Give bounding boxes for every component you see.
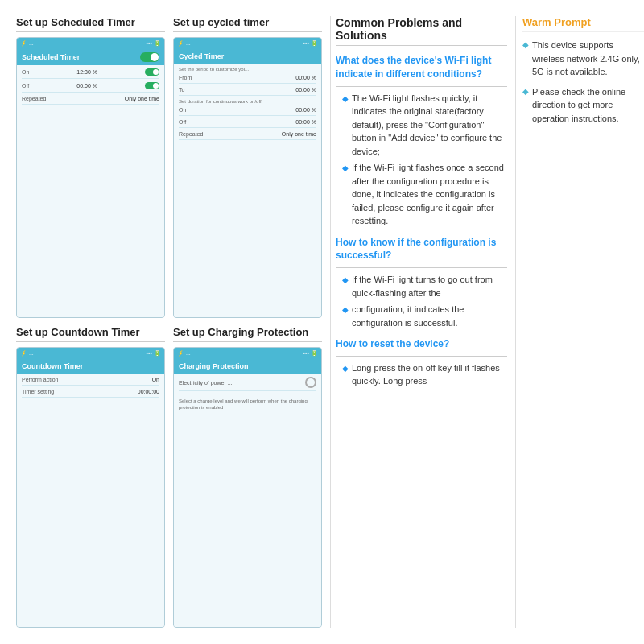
cycled-timer-title: Set up cycled timer	[173, 16, 322, 32]
bullet-wifi-1: ◆ The Wi-Fi light flashes quickly, it in…	[342, 92, 507, 159]
bullet-wifi-text-2: If the Wi-Fi light flashes once a second…	[352, 161, 507, 228]
phone-header-4: Charging Protection	[174, 359, 321, 374]
warm-diamond-1: ◆	[522, 40, 529, 49]
cycled-label-off: Off	[179, 119, 186, 125]
scheduled-timer-title: Set up Scheduled Timer	[16, 16, 165, 32]
cycled-row-off: Off 00:00 %	[179, 119, 316, 128]
countdown-row-timer: Timer setting 00:00:00	[22, 389, 159, 398]
cycled-hint: Set the period to customize you...	[179, 67, 316, 72]
phone-row-on: On 12:30 %	[22, 68, 159, 79]
status-text-4: ⚡ ...	[177, 350, 191, 357]
phone-header-2: Cycled Timer	[174, 49, 321, 64]
cycled-hint2: Set duration for continuous work on/off	[179, 99, 316, 104]
phone-body-3: Perform action On Timer setting 00:00:00	[17, 374, 164, 627]
right-panel: Warm Prompt ◆ This device supports wirel…	[515, 16, 644, 628]
question-config: How to know if the configuration is succ…	[336, 236, 507, 263]
bullet-reset-text-1: Long press the on-off key till it flashe…	[352, 361, 507, 388]
section-cycled-timer: Set up cycled timer ⚡ ... ▪▪▪ 🔋 Cycled T…	[173, 16, 322, 318]
divider-3	[336, 356, 507, 357]
warm-prompt-title: Warm Prompt	[522, 16, 644, 32]
status-bar-1: ⚡ ... ▪▪▪ 🔋	[17, 38, 164, 49]
left-panel: Set up Scheduled Timer ⚡ ... ▪▪▪ 🔋 Sched…	[16, 16, 322, 628]
charging-checkbox[interactable]	[305, 377, 316, 388]
diamond-4: ◆	[342, 303, 349, 316]
cycled-value-off: 00:00 %	[295, 119, 316, 125]
phone-row-off: Off 00:00 %	[22, 82, 159, 93]
charging-row: Electricity of power ...	[179, 377, 316, 391]
cycled-label-from: From	[179, 75, 192, 80]
phone-header-3: Countdown Timer	[17, 359, 164, 374]
cycled-timer-mockup: ⚡ ... ▪▪▪ 🔋 Cycled Timer Set the period …	[173, 37, 322, 318]
cycled-label-on: On	[179, 107, 186, 113]
phone-row-repeated: Repeated Only one time	[22, 96, 159, 105]
middle-panel: Common Problems and Solutions What does …	[330, 16, 507, 628]
bullet-config-1: ◆ If the Wi-Fi light turns to go out fro…	[342, 273, 507, 299]
status-text-3: ⚡ ...	[20, 350, 34, 357]
charging-protection-mockup: ⚡ ... ▪▪▪ 🔋 Charging Protection Electric…	[173, 347, 322, 628]
phone-header-title-4: Charging Protection	[179, 362, 249, 370]
countdown-timer-mockup: ⚡ ... ▪▪▪ 🔋 Countdown Timer Perform acti…	[16, 347, 165, 628]
phone-body-1: On 12:30 % Off 00:00 % Repeated Only one…	[17, 65, 164, 317]
warm-diamond-2: ◆	[522, 87, 529, 96]
toggle-switch-1[interactable]	[140, 52, 159, 62]
status-bar-2: ⚡ ... ▪▪▪ 🔋	[174, 38, 321, 49]
diamond-2: ◆	[342, 162, 349, 174]
diamond-1: ◆	[342, 93, 349, 105]
cycled-value-repeated: Only one time	[282, 131, 316, 137]
countdown-timer-title: Set up Countdown Timer	[16, 326, 165, 342]
cycled-label-to: To	[179, 87, 184, 93]
middle-panel-title: Common Problems and Solutions	[336, 16, 507, 46]
countdown-label-timer: Timer setting	[22, 389, 54, 394]
label-repeated: Repeated	[22, 96, 46, 101]
signal-4: ▪▪▪ 🔋	[303, 350, 318, 357]
value-on: 12:30 %	[76, 69, 97, 75]
charging-description: Select a charge level and we will perfor…	[179, 398, 316, 411]
label-on: On	[22, 69, 29, 75]
diamond-3: ◆	[342, 274, 349, 286]
bullet-wifi-text-1: The Wi-Fi light flashes quickly, it indi…	[352, 92, 507, 159]
cycled-row-to: To 00:00 %	[179, 87, 316, 96]
status-bar-3: ⚡ ... ▪▪▪ 🔋	[17, 348, 164, 359]
bullet-wifi-2: ◆ If the Wi-Fi light flashes once a seco…	[342, 161, 507, 228]
cycled-row-on: On 00:00 %	[179, 107, 316, 116]
label-off: Off	[22, 83, 29, 89]
question-reset: How to reset the device?	[336, 337, 507, 351]
countdown-value-action: On	[152, 377, 159, 382]
warm-bullet-text-2: Please check the online direction to get…	[532, 85, 644, 126]
charging-protection-title: Set up Charging Protection	[173, 326, 322, 342]
toggle-off[interactable]	[145, 82, 159, 89]
cycled-row-from: From 00:00 %	[179, 75, 316, 84]
bullet-config-2: ◆ configuration, it indicates the config…	[342, 303, 507, 329]
answer-reset: ◆ Long press the on-off key till it flas…	[336, 361, 507, 388]
cycled-value-from: 00:00 %	[295, 75, 316, 80]
phone-header-title-2: Cycled Timer	[179, 52, 224, 60]
diamond-5: ◆	[342, 362, 349, 374]
warm-bullet-1: ◆ This device supports wireless network …	[522, 39, 644, 79]
bullet-config-text-1: If the Wi-Fi light turns to go out from …	[352, 273, 507, 299]
bullet-reset-1: ◆ Long press the on-off key till it flas…	[342, 361, 507, 388]
answer-config: ◆ If the Wi-Fi light turns to go out fro…	[336, 273, 507, 329]
question-wifi: What does the device's Wi-Fi light indic…	[336, 54, 507, 81]
charging-label: Electricity of power ...	[179, 380, 233, 386]
value-off: 00:00 %	[76, 83, 97, 89]
countdown-row-action: Perform action On	[22, 377, 159, 386]
signal-2: ▪▪▪ 🔋	[303, 40, 318, 47]
bullet-config-text-2: configuration, it indicates the configur…	[352, 303, 507, 329]
divider-1	[336, 86, 507, 87]
status-bar-4: ⚡ ... ▪▪▪ 🔋	[174, 348, 321, 359]
toggle-on[interactable]	[145, 68, 159, 76]
cycled-value-to: 00:00 %	[295, 87, 316, 93]
cycled-label-repeated: Repeated	[179, 131, 203, 137]
phone-header-title-1: Scheduled Timer	[22, 53, 80, 61]
status-text-2: ⚡ ...	[177, 40, 191, 47]
warm-bullet-2: ◆ Please check the online direction to g…	[522, 85, 644, 126]
divider-2	[336, 267, 507, 268]
countdown-value-timer: 00:00:00	[138, 389, 159, 394]
phone-header-title-3: Countdown Timer	[22, 362, 83, 370]
status-text-1: ⚡ ...	[20, 40, 34, 47]
signal-3: ▪▪▪ 🔋	[147, 350, 161, 357]
phone-header-1: Scheduled Timer	[17, 49, 164, 65]
scheduled-timer-mockup: ⚡ ... ▪▪▪ 🔋 Scheduled Timer On 12:30 % O…	[16, 37, 165, 318]
warm-bullet-text-1: This device supports wireless network 2.…	[532, 39, 644, 79]
section-scheduled-timer: Set up Scheduled Timer ⚡ ... ▪▪▪ 🔋 Sched…	[16, 16, 165, 318]
